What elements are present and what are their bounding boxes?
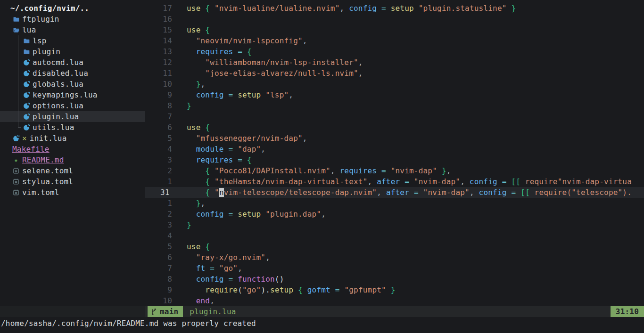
code-line[interactable]: 13 requires = { [145,46,644,57]
tree-item-selene-toml[interactable]: selene.toml [0,165,145,176]
code-line[interactable]: 2 config = setup "plugin.dap", [145,209,644,219]
editor-pane[interactable]: 17use { "nvim-lualine/lualine.nvim", con… [145,0,644,306]
tree-item-autocmd-lua[interactable]: autocmd.lua [0,57,145,68]
tree-item-plugin-lua[interactable]: plugin.lua [0,111,145,122]
code-line[interactable]: 15use { [145,24,644,35]
line-number: 2 [145,209,172,219]
code-line[interactable]: 17use { "nvim-lualine/lualine.nvim", con… [145,3,644,14]
git-branch-label: main [160,307,178,316]
tree-indent-guide [18,89,18,100]
block-cursor: n [219,188,224,197]
code-line[interactable]: 8} [145,100,644,111]
code-line[interactable]: 8 config = function() [145,274,644,284]
tree-indent-guide [18,35,18,46]
line-number: 12 [145,57,172,68]
code-text: "jose-elias-alvarez/null-ls.nvim", [187,68,363,79]
code-text: use { [187,24,210,35]
tree-item-globals-lua[interactable]: globals.lua [0,79,145,89]
code-text: config = function() [187,274,284,284]
tree-item-lsp[interactable]: lsp [0,35,145,46]
code-line[interactable]: 7 [145,111,644,122]
code-line[interactable]: 6use { [145,122,644,133]
tree-items: ftpluginlualsppluginautocmd.luadisabled.… [0,14,145,198]
lua-icon [23,59,30,66]
tree-item-label: globals.lua [33,79,83,89]
tree-item-lua[interactable]: lua [0,24,145,35]
tree-item-label: disabled.lua [33,68,88,79]
lua-icon [23,102,30,110]
code-line[interactable]: 9 config = setup "lsp", [145,89,644,100]
tree-item-readme-md[interactable]: ★README.md [0,154,145,165]
code-line[interactable]: 4 [145,230,644,241]
tree-item-keymapings-lua[interactable]: keymapings.lua [0,89,145,100]
tree-item-disabled-lua[interactable]: disabled.lua [0,68,145,79]
tree-indent-guide [18,127,21,128]
code-line[interactable]: 2 { "Pocco81/DAPInstall.nvim", requires … [145,165,644,176]
code-line[interactable]: 4 module = "dap", [145,144,644,154]
line-number: 16 [145,14,172,24]
tree-item-plugin[interactable]: plugin [0,46,145,57]
code-text: use { "nvim-lualine/lualine.nvim", confi… [187,3,516,14]
tree-item-label: plugin [33,46,60,57]
tree-item-vim-toml[interactable]: vim.toml [0,187,145,198]
code-line[interactable]: 5 "mfussenegger/nvim-dap", [145,133,644,144]
code-line[interactable]: 3 requires = { [145,154,644,165]
line-number: 15 [145,24,172,35]
tree-item-label: autocmd.lua [33,57,83,68]
code-line[interactable]: 1 { "theHamsta/nvim-dap-virtual-text", a… [145,176,644,187]
tree-item-options-lua[interactable]: options.lua [0,100,145,111]
tree-item-makefile[interactable]: Makefile [0,144,145,154]
tree-item-label: plugin.lua [33,111,79,122]
code-line[interactable]: 14 "neovim/nvim-lspconfig", [145,35,644,46]
tree-item-stylua-toml[interactable]: stylua.toml [0,176,145,187]
line-number: 14 [145,35,172,46]
line-number: 5 [145,133,172,144]
lua-icon [23,124,30,131]
tree-item-label: ftplugin [22,14,59,24]
tree-indent-guide [18,57,18,68]
code-line[interactable]: 10 end, [145,295,644,306]
lua-icon [23,70,30,77]
line-number: 3 [145,219,172,230]
line-number: 7 [145,263,172,274]
code-line[interactable]: 9 require("go").setup { gofmt = "gpfumpt… [145,284,644,295]
code-text: { "nvim-telescope/telescope-dap.nvim", a… [187,187,632,198]
tree-item-ftplugin[interactable]: ftplugin [0,14,145,24]
message-line: /home/sasha/.config/nvim/README.md was p… [0,317,644,333]
code-line[interactable]: 6 "ray-x/go.nvim", [145,252,644,263]
code-line[interactable]: 5use { [145,241,644,252]
tree-item-label: keymapings.lua [33,89,98,100]
code-line[interactable]: 1 }, [145,198,644,209]
code-text: } [187,100,191,111]
tree-item-label: vim.toml [22,187,59,198]
line-number: 13 [145,46,172,57]
line-number: 5 [145,241,172,252]
code-line[interactable]: 16 [145,14,644,24]
line-number: 6 [145,252,172,263]
code-line[interactable]: 7 ft = "go", [145,263,644,274]
git-branch-badge: main [148,306,183,317]
line-number: 9 [145,284,172,295]
code-line-current[interactable]: 31 { "nvim-telescope/telescope-dap.nvim"… [145,187,644,198]
code-line[interactable]: 3} [145,219,644,230]
tree-item-label: lsp [33,35,47,46]
editor-statusline: main plugin.lua 31:10 [145,306,644,317]
tree-item-init-lua[interactable]: ×init.lua [0,133,145,144]
code-line[interactable]: 10 }, [145,79,644,89]
tree-item-label: utils.lua [33,122,74,133]
code-text: }, [187,79,205,89]
tree-root-path: ~/.config/nvim/.. [0,3,145,14]
line-number: 9 [145,89,172,100]
tree-item-label: stylua.toml [22,176,73,187]
folder-closed-icon [12,16,20,23]
tree-item-utils-lua[interactable]: utils.lua [0,122,145,133]
code-line[interactable]: 11 "jose-elias-alvarez/null-ls.nvim", [145,68,644,79]
line-number: 3 [145,154,172,165]
star-icon: ★ [12,156,20,164]
statusline: main plugin.lua 31:10 [0,306,644,317]
tree-item-label: selene.toml [22,165,73,176]
tree-item-label: options.lua [33,100,83,111]
code-line[interactable]: 12 "williamboman/nvim-lsp-installer", [145,57,644,68]
tree-item-label: lua [22,24,36,35]
line-number: 10 [145,79,172,89]
